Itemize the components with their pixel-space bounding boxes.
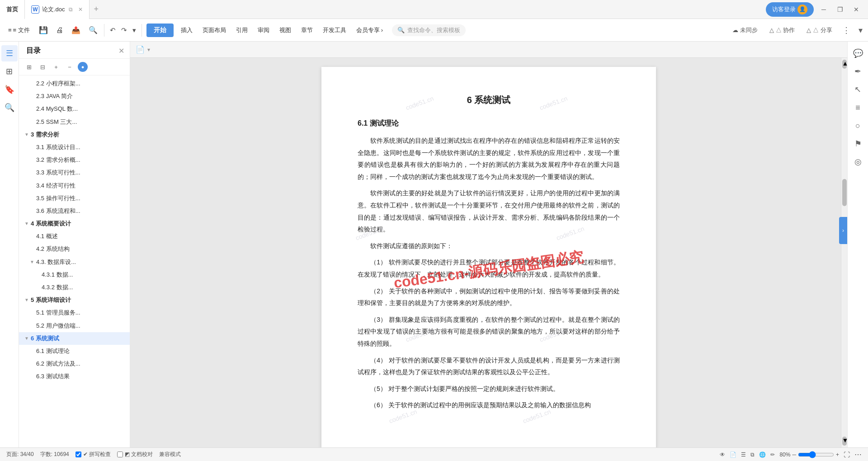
toc-item-5[interactable]: ▼5 系统详细设计 <box>19 294 130 306</box>
export-button[interactable]: 📤 <box>68 22 84 38</box>
doc-tab-restore[interactable]: ⧉ <box>69 6 73 13</box>
toc-item-3.1[interactable]: 3.1 系统设计目... <box>19 141 130 154</box>
save-button[interactable]: 💾 <box>35 22 52 38</box>
dev-menu-button[interactable]: 开发工具 <box>318 22 351 38</box>
member-menu-button[interactable]: 会员专享 › <box>352 22 387 38</box>
scroll-up-arrow[interactable]: ▲ <box>842 60 847 69</box>
toc-item-6.3[interactable]: 6.3 测试结果 <box>19 370 130 383</box>
search-left-icon-button[interactable]: 🔍 <box>1 99 18 116</box>
collapse-toolbar-button[interactable]: ▾ <box>857 25 864 35</box>
cursor-button[interactable]: ↖ <box>850 81 866 98</box>
toc-item-2.4[interactable]: 2.4 MySQL 数... <box>19 103 130 115</box>
doc-toolbar-arrow[interactable]: ▾ <box>147 47 150 53</box>
location-button[interactable]: ◎ <box>850 154 866 170</box>
visitor-login-button[interactable]: 访客登录 👤 <box>766 2 814 17</box>
doc-tab-close[interactable]: ✕ <box>78 6 83 13</box>
lines-button[interactable]: ≡ <box>850 99 866 116</box>
toc-item-4[interactable]: ▼4 系统概要设计 <box>19 217 130 230</box>
chapter-menu-button[interactable]: 章节 <box>297 22 317 38</box>
zoom-plus-button[interactable]: + <box>836 452 839 458</box>
toc-item-3.6[interactable]: 3.6 系统流程和... <box>19 205 130 217</box>
sync-button[interactable]: ☁ 未同步 <box>729 24 761 36</box>
undo-more-button[interactable]: ▾ <box>130 24 139 36</box>
collab-button[interactable]: △ △ 协作 <box>766 24 799 36</box>
view-menu-button[interactable]: 视图 <box>275 22 296 38</box>
toc-item-2.3[interactable]: 2.3 JAVA 简介 <box>19 90 130 103</box>
insert-menu-button[interactable]: 插入 <box>176 22 197 38</box>
add-tab-button[interactable]: + <box>90 0 104 19</box>
search-box[interactable]: 🔍 查找命令、搜索模板 <box>392 24 466 36</box>
redo-button[interactable]: ↷ <box>118 24 130 36</box>
remove-toc-item-button[interactable]: − <box>64 61 75 72</box>
comment-button[interactable]: 💬 <box>850 45 866 61</box>
toc-item-3.5[interactable]: 3.5 操作可行性... <box>19 192 130 205</box>
outline-icon-button[interactable]: ⊞ <box>1 63 18 80</box>
toc-item-3.3[interactable]: 3.3 系统可行性... <box>19 166 130 179</box>
window-close-button[interactable]: ✕ <box>850 3 863 16</box>
doc-toolbar-icon[interactable]: 📄 <box>136 45 145 54</box>
vertical-scrollbar[interactable]: ▲ ▼ <box>841 58 847 447</box>
toc-item-3[interactable]: ▼3 需求分析 <box>19 128 130 141</box>
file-menu-icon: ≡ <box>8 27 12 33</box>
toc-item-4.1[interactable]: 4.1 概述 <box>19 230 130 243</box>
visitor-login-label: 访客登录 <box>772 5 796 14</box>
view-button[interactable]: 🔍 <box>85 22 101 38</box>
toc-item-2.2[interactable]: 2.2 小程序框架... <box>19 77 130 90</box>
collapse-all-button[interactable]: ⊟ <box>37 61 48 72</box>
spellcheck-toggle[interactable]: ✔ 拼写检查 <box>75 451 111 458</box>
web-view-button[interactable]: 🌐 <box>759 452 766 458</box>
doc-tab[interactable]: W 论文.doc ⧉ ✕ <box>25 0 90 19</box>
toc-item-3.2[interactable]: 3.2 需求分析概... <box>19 154 130 166</box>
scroll-thumb[interactable] <box>842 179 847 206</box>
circle-button[interactable]: ○ <box>850 118 866 134</box>
zoom-minus-button[interactable]: ─ <box>792 452 796 458</box>
toc-item-5.2[interactable]: 5.2 用户微信端... <box>19 320 130 332</box>
pen-button[interactable]: ✒ <box>850 63 866 80</box>
undo-button[interactable]: ↶ <box>107 24 118 36</box>
more-options-button[interactable]: ⋮ <box>840 25 852 35</box>
share-button[interactable]: △ △ 分享 <box>803 24 836 36</box>
toc-item-4.3.1[interactable]: 4.3.1 数据... <box>19 268 130 281</box>
zoom-control: 80% ─ + <box>779 451 839 458</box>
file-menu-button[interactable]: ≡ ≡ 文件 <box>4 22 34 38</box>
toc-item-4.2[interactable]: 4.2 系统结构 <box>19 243 130 255</box>
bookmark-icon-button[interactable]: 🔖 <box>1 81 18 98</box>
toc-item-6.2[interactable]: 6.2 测试方法及... <box>19 358 130 370</box>
home-tab[interactable]: 首页 <box>0 0 25 19</box>
review-menu-button[interactable]: 审阅 <box>253 22 274 38</box>
toc-item-3.4[interactable]: 3.4 经济可行性 <box>19 179 130 192</box>
page-layout-button[interactable]: 📄 <box>730 452 736 458</box>
toc-item-5.1[interactable]: 5.1 管理员服务... <box>19 306 130 319</box>
reading-mode-button[interactable]: 👁 <box>720 452 725 458</box>
toc-icon-button[interactable]: ☰ <box>1 45 18 61</box>
window-minimize-button[interactable]: ─ <box>817 3 830 16</box>
toc-item-6.1[interactable]: 6.1 测试理论 <box>19 345 130 358</box>
toc-item-4.3.2[interactable]: 4.3.2 数据... <box>19 281 130 294</box>
toc-item-2.5[interactable]: 2.5 SSM 三大... <box>19 116 130 128</box>
list-view-button[interactable]: ☰ <box>741 452 746 458</box>
doc-compare-checkbox[interactable] <box>117 452 123 457</box>
flag-button[interactable]: ⚑ <box>850 136 866 152</box>
edit-mode-button[interactable]: ✏ <box>770 452 775 458</box>
add-toc-item-button[interactable]: + <box>51 61 61 72</box>
more-status-button[interactable]: ⋯ <box>854 450 862 459</box>
toc-item-6[interactable]: ▼6 系统测试 <box>19 332 130 345</box>
start-menu-button[interactable]: 开始 <box>146 24 174 37</box>
split-view-button[interactable]: ⧉ <box>750 452 755 458</box>
doc-compare-toggle[interactable]: ◩ 文档校对 <box>117 451 153 458</box>
toc-item-4.3[interactable]: ▼4.3. 数据库设... <box>19 256 130 268</box>
compat-mode-label: 兼容模式 <box>159 451 181 458</box>
doc-content-wrapper[interactable]: code51.cncode51.cncode51.cncode51.cncode… <box>130 58 847 447</box>
window-restore-button[interactable]: ❐ <box>834 3 846 16</box>
zoom-slider[interactable] <box>798 451 834 458</box>
spellcheck-checkbox[interactable] <box>75 452 81 457</box>
layout-menu-button[interactable]: 页面布局 <box>198 22 231 38</box>
print-button[interactable]: 🖨 <box>52 22 67 38</box>
ref-menu-button[interactable]: 引用 <box>231 22 252 38</box>
right-edge-expand-tab[interactable]: › <box>839 217 847 244</box>
fullscreen-button[interactable]: ⛶ <box>844 451 850 458</box>
sidebar-close-button[interactable]: ✕ <box>118 47 124 55</box>
scroll-down-arrow[interactable]: ▼ <box>842 437 847 446</box>
expand-all-button[interactable]: ⊞ <box>24 61 34 72</box>
toc-expand-6: ▼ <box>24 335 29 342</box>
